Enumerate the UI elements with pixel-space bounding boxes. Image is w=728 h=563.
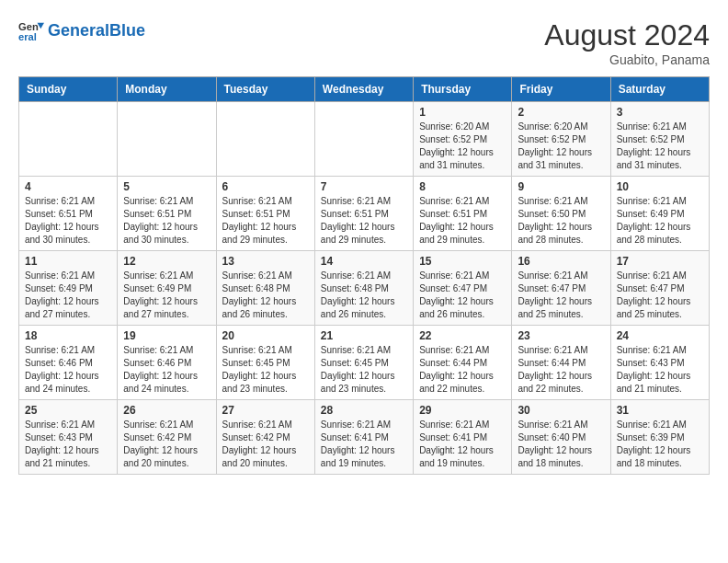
calendar-cell: 17Sunrise: 6:21 AM Sunset: 6:47 PM Dayli…	[610, 251, 709, 326]
day-of-week-header: Saturday	[610, 77, 709, 102]
day-info: Sunrise: 6:21 AM Sunset: 6:43 PM Dayligh…	[617, 344, 703, 396]
svg-text:Gen: Gen	[18, 21, 39, 32]
title-block: August 2024 Guabito, Panama	[544, 18, 710, 67]
day-info: Sunrise: 6:21 AM Sunset: 6:44 PM Dayligh…	[518, 344, 604, 396]
calendar-cell: 20Sunrise: 6:21 AM Sunset: 6:45 PM Dayli…	[216, 326, 314, 400]
calendar-week-row: 1Sunrise: 6:20 AM Sunset: 6:52 PM Daylig…	[19, 102, 710, 177]
day-info: Sunrise: 6:21 AM Sunset: 6:51 PM Dayligh…	[321, 195, 407, 247]
day-number: 31	[617, 404, 703, 417]
day-number: 22	[419, 329, 506, 342]
day-of-week-header: Wednesday	[314, 77, 413, 102]
day-number: 21	[321, 329, 407, 342]
calendar-cell: 14Sunrise: 6:21 AM Sunset: 6:48 PM Dayli…	[314, 251, 413, 326]
calendar-cell: 6Sunrise: 6:21 AM Sunset: 6:51 PM Daylig…	[216, 177, 314, 251]
day-info: Sunrise: 6:21 AM Sunset: 6:40 PM Dayligh…	[518, 419, 604, 470]
day-info: Sunrise: 6:21 AM Sunset: 6:42 PM Dayligh…	[123, 419, 210, 470]
calendar-cell: 4Sunrise: 6:21 AM Sunset: 6:51 PM Daylig…	[19, 177, 118, 251]
day-info: Sunrise: 6:21 AM Sunset: 6:46 PM Dayligh…	[123, 344, 210, 396]
day-number: 27	[222, 404, 309, 417]
calendar-week-row: 18Sunrise: 6:21 AM Sunset: 6:46 PM Dayli…	[19, 326, 710, 400]
logo: Gen eral GeneralBlue	[18, 18, 145, 44]
calendar-cell: 29Sunrise: 6:21 AM Sunset: 6:41 PM Dayli…	[414, 400, 512, 475]
day-info: Sunrise: 6:21 AM Sunset: 6:42 PM Dayligh…	[222, 419, 309, 470]
svg-text:eral: eral	[18, 31, 37, 42]
day-number: 8	[419, 180, 506, 193]
day-number: 20	[222, 329, 309, 342]
day-info: Sunrise: 6:21 AM Sunset: 6:52 PM Dayligh…	[617, 121, 703, 172]
calendar-cell: 2Sunrise: 6:20 AM Sunset: 6:52 PM Daylig…	[512, 102, 610, 177]
calendar-week-row: 4Sunrise: 6:21 AM Sunset: 6:51 PM Daylig…	[19, 177, 710, 251]
day-info: Sunrise: 6:21 AM Sunset: 6:49 PM Dayligh…	[617, 195, 703, 247]
calendar-cell: 21Sunrise: 6:21 AM Sunset: 6:45 PM Dayli…	[314, 326, 413, 400]
logo-general: General	[48, 21, 109, 40]
day-number: 11	[25, 255, 111, 268]
calendar-cell: 16Sunrise: 6:21 AM Sunset: 6:47 PM Dayli…	[512, 251, 610, 326]
calendar-cell: 1Sunrise: 6:20 AM Sunset: 6:52 PM Daylig…	[414, 102, 512, 177]
day-number: 28	[321, 404, 407, 417]
calendar-cell: 27Sunrise: 6:21 AM Sunset: 6:42 PM Dayli…	[216, 400, 314, 475]
day-info: Sunrise: 6:21 AM Sunset: 6:50 PM Dayligh…	[518, 195, 604, 247]
calendar-cell: 24Sunrise: 6:21 AM Sunset: 6:43 PM Dayli…	[610, 326, 709, 400]
page-header: Gen eral GeneralBlue August 2024 Guabito…	[18, 18, 710, 67]
day-of-week-header: Sunday	[19, 77, 118, 102]
calendar-cell: 26Sunrise: 6:21 AM Sunset: 6:42 PM Dayli…	[118, 400, 216, 475]
day-number: 17	[617, 255, 703, 268]
calendar-header: SundayMondayTuesdayWednesdayThursdayFrid…	[19, 77, 710, 102]
day-number: 5	[123, 180, 210, 193]
day-number: 2	[518, 106, 604, 119]
calendar-cell: 10Sunrise: 6:21 AM Sunset: 6:49 PM Dayli…	[610, 177, 709, 251]
calendar-cell: 22Sunrise: 6:21 AM Sunset: 6:44 PM Dayli…	[414, 326, 512, 400]
calendar-cell: 15Sunrise: 6:21 AM Sunset: 6:47 PM Dayli…	[414, 251, 512, 326]
day-info: Sunrise: 6:21 AM Sunset: 6:49 PM Dayligh…	[25, 270, 111, 321]
day-info: Sunrise: 6:21 AM Sunset: 6:48 PM Dayligh…	[222, 270, 309, 321]
day-info: Sunrise: 6:21 AM Sunset: 6:45 PM Dayligh…	[222, 344, 309, 396]
day-of-week-header: Thursday	[414, 77, 512, 102]
day-info: Sunrise: 6:21 AM Sunset: 6:46 PM Dayligh…	[25, 344, 111, 396]
month-year: August 2024	[544, 18, 710, 52]
day-info: Sunrise: 6:21 AM Sunset: 6:43 PM Dayligh…	[25, 419, 111, 470]
calendar-cell: 23Sunrise: 6:21 AM Sunset: 6:44 PM Dayli…	[512, 326, 610, 400]
day-number: 15	[419, 255, 506, 268]
day-number: 13	[222, 255, 309, 268]
logo-text: GeneralBlue	[48, 22, 145, 40]
day-info: Sunrise: 6:21 AM Sunset: 6:51 PM Dayligh…	[419, 195, 506, 247]
calendar-cell	[19, 102, 118, 177]
calendar-cell: 13Sunrise: 6:21 AM Sunset: 6:48 PM Dayli…	[216, 251, 314, 326]
calendar-cell	[216, 102, 314, 177]
calendar-cell	[118, 102, 216, 177]
day-number: 29	[419, 404, 506, 417]
calendar-cell: 28Sunrise: 6:21 AM Sunset: 6:41 PM Dayli…	[314, 400, 413, 475]
calendar-week-row: 11Sunrise: 6:21 AM Sunset: 6:49 PM Dayli…	[19, 251, 710, 326]
day-number: 1	[419, 106, 506, 119]
day-number: 6	[222, 180, 309, 193]
day-of-week-header: Monday	[118, 77, 216, 102]
day-number: 19	[123, 329, 210, 342]
day-info: Sunrise: 6:21 AM Sunset: 6:41 PM Dayligh…	[321, 419, 407, 470]
calendar-cell: 12Sunrise: 6:21 AM Sunset: 6:49 PM Dayli…	[118, 251, 216, 326]
day-info: Sunrise: 6:21 AM Sunset: 6:47 PM Dayligh…	[617, 270, 703, 321]
day-info: Sunrise: 6:21 AM Sunset: 6:39 PM Dayligh…	[617, 419, 703, 470]
day-number: 14	[321, 255, 407, 268]
calendar-cell: 7Sunrise: 6:21 AM Sunset: 6:51 PM Daylig…	[314, 177, 413, 251]
day-of-week-header: Friday	[512, 77, 610, 102]
logo-blue-text: Blue	[109, 21, 145, 40]
calendar-cell: 3Sunrise: 6:21 AM Sunset: 6:52 PM Daylig…	[610, 102, 709, 177]
day-number: 10	[617, 180, 703, 193]
day-info: Sunrise: 6:21 AM Sunset: 6:51 PM Dayligh…	[222, 195, 309, 247]
calendar-cell: 25Sunrise: 6:21 AM Sunset: 6:43 PM Dayli…	[19, 400, 118, 475]
day-number: 30	[518, 404, 604, 417]
day-info: Sunrise: 6:21 AM Sunset: 6:41 PM Dayligh…	[419, 419, 506, 470]
day-number: 4	[25, 180, 111, 193]
day-info: Sunrise: 6:20 AM Sunset: 6:52 PM Dayligh…	[518, 121, 604, 172]
day-info: Sunrise: 6:20 AM Sunset: 6:52 PM Dayligh…	[419, 121, 506, 172]
logo-icon: Gen eral	[18, 18, 44, 44]
day-number: 18	[25, 329, 111, 342]
calendar-cell: 30Sunrise: 6:21 AM Sunset: 6:40 PM Dayli…	[512, 400, 610, 475]
day-info: Sunrise: 6:21 AM Sunset: 6:51 PM Dayligh…	[25, 195, 111, 247]
calendar-cell: 8Sunrise: 6:21 AM Sunset: 6:51 PM Daylig…	[414, 177, 512, 251]
calendar-cell: 5Sunrise: 6:21 AM Sunset: 6:51 PM Daylig…	[118, 177, 216, 251]
day-info: Sunrise: 6:21 AM Sunset: 6:49 PM Dayligh…	[123, 270, 210, 321]
calendar-cell: 19Sunrise: 6:21 AM Sunset: 6:46 PM Dayli…	[118, 326, 216, 400]
day-number: 3	[617, 106, 703, 119]
calendar-week-row: 25Sunrise: 6:21 AM Sunset: 6:43 PM Dayli…	[19, 400, 710, 475]
